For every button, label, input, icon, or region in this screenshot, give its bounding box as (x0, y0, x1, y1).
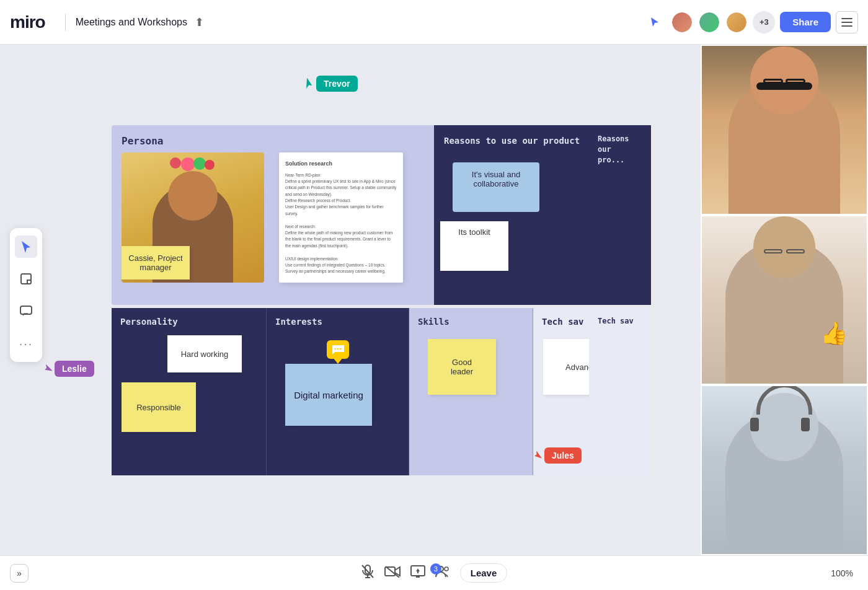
avatar-3[interactable] (725, 11, 748, 33)
svg-rect-7 (340, 348, 342, 350)
cursor-icon (644, 11, 666, 33)
leave-button[interactable]: Leave (460, 563, 508, 583)
jules-label: Jules (544, 447, 582, 464)
video-panel: 👍 (701, 45, 868, 555)
techsav2-label: Tech sav (598, 317, 642, 325)
trevor-cursor: Trevor (304, 76, 358, 92)
reason-toolkit-card: Its toolkit (440, 221, 508, 271)
reasons2-label: Reasons our pro... (598, 134, 642, 165)
jules-cursor: Jules (533, 447, 582, 464)
left-toolbar: ··· (10, 228, 42, 362)
svg-rect-0 (841, 18, 852, 19)
bottom-controls: 3 Leave (361, 563, 508, 583)
participants-badge: 3 (430, 563, 441, 575)
cursor-tool[interactable] (15, 236, 37, 258)
topbar-right: +3 Share (644, 11, 858, 33)
share-screen-icon[interactable] (410, 565, 425, 581)
reason-visual-card: It's visual and collaborative (453, 162, 539, 212)
svg-rect-6 (337, 348, 339, 350)
persona-left: Persona Cassie, Project manager (112, 125, 434, 305)
collapse-button[interactable]: » (10, 564, 29, 583)
svg-rect-4 (20, 306, 32, 314)
persona-frame: Persona Cassie, Project manager (112, 125, 626, 305)
comment-tool[interactable] (15, 300, 37, 322)
board-title: Meetings and Workshops (76, 17, 187, 28)
svg-point-16 (445, 567, 448, 571)
svg-rect-12 (385, 567, 395, 576)
chat-bubble-icon (327, 340, 349, 359)
skills-block: Skills Good leader (409, 308, 533, 475)
top-bar: miro Meetings and Workshops ⬆ +3 Share (0, 0, 868, 45)
video-slot-2: 👍 (701, 215, 868, 385)
hard-working-note: Hard working (167, 335, 242, 372)
skills-label: Skills (418, 317, 524, 327)
svg-rect-2 (841, 25, 852, 27)
zoom-level: 100% (831, 568, 853, 578)
reasons2-col: Reasons our pro... (589, 125, 651, 305)
more-avatars-badge[interactable]: +3 (753, 11, 775, 33)
solution-doc-title: Solution research (285, 160, 397, 169)
participants-wrapper[interactable]: 3 (435, 565, 450, 582)
share-button[interactable]: Share (780, 12, 831, 32)
techsav2-col: Tech sav (589, 308, 651, 475)
cassie-note: Cassie, Project manager (122, 246, 190, 280)
menu-button[interactable] (836, 11, 858, 33)
svg-rect-3 (21, 274, 31, 284)
personality-label: Personality (120, 317, 257, 327)
video-slot-3 (701, 385, 868, 555)
avatar-1[interactable] (671, 11, 693, 33)
digital-marketing-note: Digital marketing (285, 364, 372, 426)
video-slot-1 (701, 45, 868, 215)
leslie-label: Leslie (55, 361, 94, 377)
camera-muted-icon[interactable] (384, 565, 401, 581)
upload-icon[interactable]: ⬆ (195, 15, 204, 29)
bottom-bar: » (0, 555, 868, 590)
sticky-note-tool[interactable] (15, 268, 37, 290)
avatar-2[interactable] (698, 11, 720, 33)
interests-block: Interests Digital marketing (267, 308, 409, 475)
svg-rect-5 (334, 348, 336, 350)
canvas[interactable]: 👍 Trevor Persona (0, 45, 868, 555)
interests-label: Interests (275, 317, 400, 327)
app-logo: miro (10, 12, 45, 32)
more-tools[interactable]: ··· (15, 332, 37, 354)
leslie-cursor: Leslie (43, 361, 94, 377)
svg-rect-1 (841, 22, 852, 23)
mic-muted-icon[interactable] (361, 564, 374, 583)
good-leader-note: Good leader (428, 339, 496, 395)
trevor-label: Trevor (316, 76, 358, 92)
responsible-note: Responsible (122, 382, 196, 432)
solution-doc-body: Near-Term RD-plan: Define a sprint preli… (285, 172, 397, 275)
solution-doc: Solution research Near-Term RD-plan: Def… (279, 152, 403, 283)
persona-label: Persona (122, 135, 424, 147)
divider (65, 14, 66, 31)
personality-block: Personality Hard working Responsible (112, 308, 267, 475)
